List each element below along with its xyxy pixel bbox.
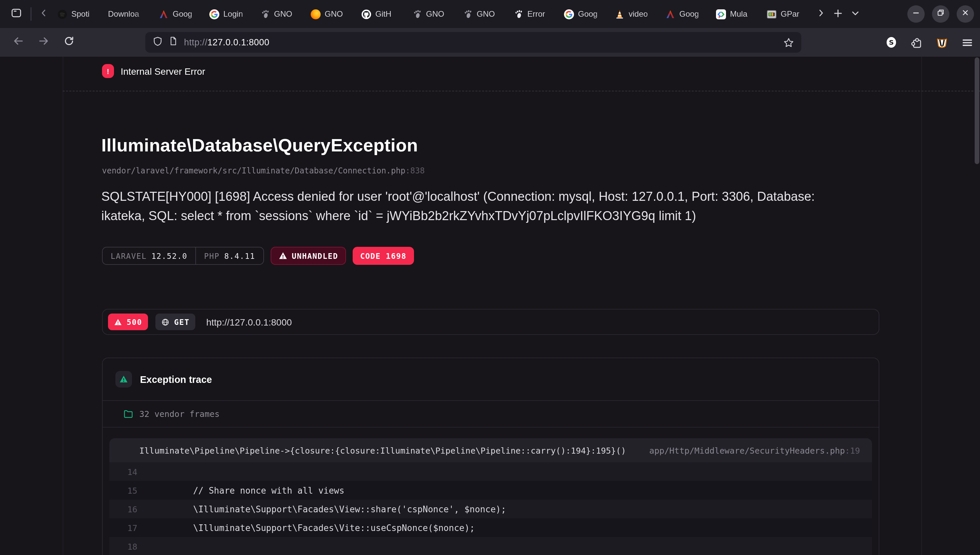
- tab-label: Goog: [679, 9, 705, 19]
- trace-warning-icon: [115, 371, 132, 388]
- tab-gnome-1[interactable]: GNO: [255, 3, 305, 25]
- gnome-foot-icon: [260, 9, 270, 19]
- tab-error[interactable]: Error: [509, 3, 558, 25]
- method-label: GET: [174, 317, 189, 327]
- page-info-icon[interactable]: [169, 36, 178, 49]
- tab-google-gradient-2[interactable]: Goog: [661, 3, 710, 25]
- tab-gparted[interactable]: GPar: [762, 3, 811, 25]
- tab-spotify[interactable]: Spoti: [53, 3, 102, 25]
- sidebar-icon: [10, 7, 22, 21]
- scrollbar[interactable]: [975, 57, 979, 164]
- exception-trace-card: Exception trace 32 vendor frames Illumin…: [102, 358, 879, 555]
- url-scheme: http://: [184, 37, 207, 47]
- spotify-icon: [58, 9, 67, 19]
- tab-label: Spoti: [71, 9, 98, 19]
- frame-header[interactable]: Illuminate\Pipeline\Pipeline->{closure:{…: [109, 438, 872, 462]
- dashed-divider: [63, 91, 980, 91]
- tab-label: GNO: [274, 9, 300, 19]
- tab-scroll-right-button[interactable]: [812, 4, 829, 24]
- trace-title: Exception trace: [140, 374, 212, 385]
- exception-message-line2: ikateka, SQL: select * from `sessions` w…: [101, 206, 895, 226]
- php-version: PHP 8.4.11: [195, 247, 263, 264]
- tab-label: GNO: [325, 9, 351, 19]
- tab-gnome-2[interactable]: GNO: [306, 3, 355, 25]
- line-number: 16: [109, 504, 151, 514]
- tab-download[interactable]: Downloa: [103, 3, 153, 25]
- restore-button[interactable]: [932, 5, 949, 23]
- exception-message-line1: SQLSTATE[HY000] [1698] Access denied for…: [101, 187, 895, 206]
- list-all-tabs-button[interactable]: [847, 4, 864, 24]
- google-icon: [564, 9, 574, 19]
- error-page: ! Internal Server Error Illuminate\Datab…: [0, 57, 980, 555]
- status-code: 500: [127, 317, 142, 327]
- laravel-version: LARAVEL 12.52.0: [103, 247, 195, 264]
- close-button[interactable]: [957, 5, 974, 23]
- exception-file: vendor/laravel/framework/src/Illuminate/…: [102, 166, 405, 175]
- exception-location: vendor/laravel/framework/src/Illuminate/…: [102, 166, 425, 175]
- left-guide-line: [63, 57, 63, 555]
- tab-login[interactable]: Login: [205, 3, 254, 25]
- restore-icon: [936, 8, 945, 20]
- chevron-left-icon: [38, 8, 48, 20]
- tab-google-gradient[interactable]: Goog: [154, 3, 203, 25]
- frame-line: :19: [845, 445, 860, 455]
- code-line: 14: [109, 462, 872, 481]
- sidebar-toggle-button[interactable]: [6, 4, 26, 24]
- privacy-badger-extension-icon[interactable]: [936, 36, 948, 48]
- error-code-badge: CODE 1698: [353, 247, 414, 265]
- tab-video[interactable]: video: [610, 3, 659, 25]
- extensions-puzzle-icon[interactable]: [911, 36, 922, 48]
- tab-label: video: [629, 9, 655, 19]
- tab-label: Goog: [173, 9, 199, 19]
- gradient-a-icon: [665, 9, 675, 19]
- reload-button[interactable]: [59, 32, 79, 52]
- hamburger-menu-icon[interactable]: [961, 36, 973, 48]
- tab-github[interactable]: GitH: [357, 3, 406, 25]
- back-button[interactable]: [8, 32, 28, 52]
- minimize-icon: [911, 8, 921, 20]
- error-banner-label: Internal Server Error: [121, 66, 205, 76]
- warning-triangle-icon: [278, 252, 287, 260]
- exception-class-title: Illuminate\Database\QueryException: [101, 135, 418, 156]
- plus-icon: [833, 8, 843, 20]
- request-url: http://127.0.0.1:8000: [206, 316, 292, 327]
- frame-file: app/Http/Middleware/SecurityHeaders.php: [649, 445, 845, 455]
- exception-message: SQLSTATE[HY000] [1698] Access denied for…: [101, 187, 895, 226]
- tab-mula[interactable]: Mula: [711, 3, 761, 25]
- code-frame: Illuminate\Pipeline\Pipeline->{closure:{…: [109, 438, 872, 555]
- startpage-extension-icon[interactable]: S: [885, 36, 897, 49]
- gradient-a-icon: [159, 9, 169, 19]
- frame-location: app/Http/Middleware/SecurityHeaders.php:…: [649, 445, 860, 455]
- vlc-cone-icon: [615, 9, 625, 19]
- minimize-button[interactable]: [907, 5, 925, 23]
- bookmark-star-button[interactable]: [783, 37, 794, 48]
- vendor-frames-toggle[interactable]: 32 vendor frames: [103, 400, 879, 428]
- tab-label: GPar: [781, 9, 807, 19]
- php-version-value: 8.4.11: [224, 251, 255, 260]
- unhandled-badge: UNHANDLED: [270, 247, 346, 265]
- status-500-badge: 500: [108, 313, 148, 330]
- github-icon: [361, 9, 371, 19]
- line-code: \Illuminate\Support\Facades\Vite::useCsp…: [151, 523, 475, 533]
- url-bar[interactable]: http://127.0.0.1:8000: [145, 32, 801, 53]
- tab-gnome-3[interactable]: GNO: [407, 3, 457, 25]
- tab-label: Downloa: [108, 9, 148, 19]
- laravel-version-value: 12.52.0: [151, 251, 187, 260]
- tab-gnome-4[interactable]: GNO: [458, 3, 507, 25]
- globe-icon: [161, 318, 169, 326]
- forward-arrow-icon: [38, 35, 49, 49]
- line-number: 15: [109, 485, 151, 495]
- tab-google-2[interactable]: Goog: [560, 3, 609, 25]
- unhandled-label: UNHANDLED: [292, 251, 338, 260]
- laravel-label: LARAVEL: [111, 251, 147, 260]
- new-tab-button[interactable]: [829, 4, 847, 24]
- google-dev-icon: [716, 9, 726, 19]
- line-number: 18: [109, 541, 151, 551]
- forward-button[interactable]: [34, 32, 53, 52]
- error-banner: ! Internal Server Error: [102, 64, 205, 78]
- shield-icon[interactable]: [153, 36, 163, 49]
- tab-scroll-left-button[interactable]: [36, 4, 51, 24]
- exception-line: :838: [405, 166, 425, 175]
- reload-icon: [63, 35, 74, 49]
- code-line: 16 \Illuminate\Support\Facades\View::sha…: [109, 500, 872, 518]
